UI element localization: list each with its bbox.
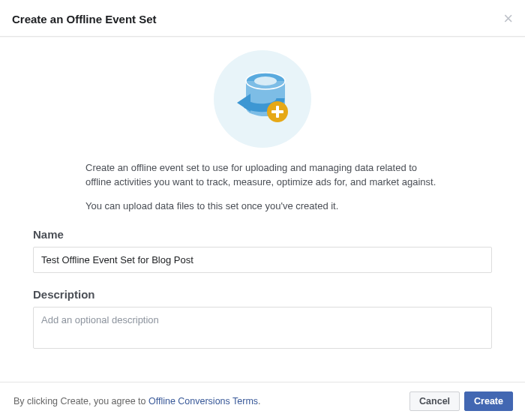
terms-link[interactable]: Offline Conversions Terms (148, 396, 258, 406)
intro-paragraph-2: You can upload data files to this set on… (86, 200, 440, 212)
close-icon[interactable]: × (503, 10, 513, 27)
modal-title: Create an Offline Event Set (12, 13, 157, 26)
create-offline-event-set-modal: Create an Offline Event Set × (0, 0, 525, 420)
modal-body: Create an offline event set to use for u… (0, 37, 525, 382)
description-input[interactable] (33, 307, 492, 349)
create-button[interactable]: Create (464, 392, 513, 411)
terms-text: By clicking Create, you agree to Offline… (14, 396, 261, 406)
button-group: Cancel Create (410, 392, 513, 411)
name-input[interactable] (33, 247, 492, 273)
illustration-wrap (33, 50, 492, 148)
name-label: Name (33, 228, 492, 241)
svg-rect-7 (272, 110, 284, 113)
svg-point-4 (254, 76, 277, 86)
database-add-icon (214, 50, 311, 148)
terms-prefix: By clicking Create, you agree to (14, 396, 148, 406)
cancel-button[interactable]: Cancel (410, 392, 460, 411)
modal-header: Create an Offline Event Set × (0, 0, 525, 37)
modal-footer: By clicking Create, you agree to Offline… (0, 382, 525, 420)
intro-paragraph-1: Create an offline event set to use for u… (86, 161, 440, 190)
description-label: Description (33, 288, 492, 301)
terms-suffix: . (258, 396, 260, 406)
